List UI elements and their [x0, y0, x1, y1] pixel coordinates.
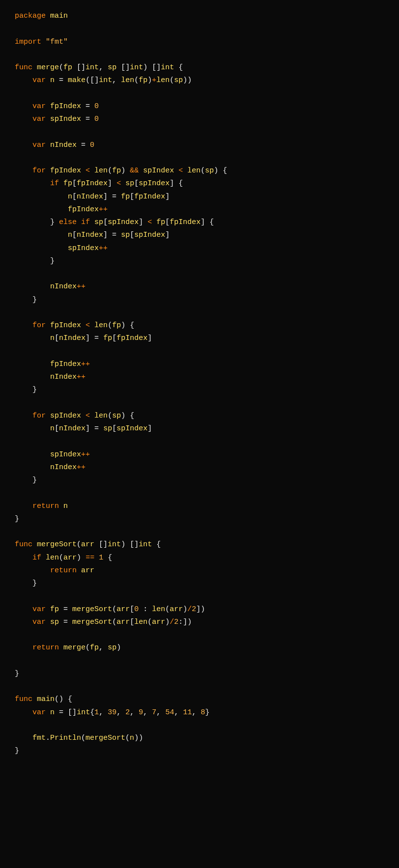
code-line: return merge(fp, sp) — [15, 644, 121, 652]
identifier: sp — [94, 218, 103, 226]
type: int — [139, 540, 152, 549]
identifier: nIndex — [50, 141, 77, 149]
code-line: } — [15, 579, 37, 588]
type: int — [99, 76, 112, 84]
number: 0 — [90, 141, 94, 149]
identifier: fpIndex — [50, 321, 81, 330]
builtin: len — [187, 167, 200, 175]
identifier: sp — [174, 76, 183, 84]
identifier: nIndex — [50, 373, 77, 381]
code-line: fpIndex++ — [15, 205, 108, 214]
code-line: } — [15, 747, 19, 755]
identifier: arr — [152, 618, 165, 626]
identifier: nIndex — [77, 231, 103, 239]
builtin: len — [121, 76, 134, 84]
identifier: nIndex — [50, 463, 77, 472]
identifier: spIndex — [116, 424, 147, 433]
keyword: return — [32, 644, 59, 652]
number: 11 — [183, 708, 192, 717]
identifier: arr — [63, 554, 77, 562]
identifier: spIndex — [50, 450, 81, 459]
identifier: n — [130, 734, 134, 742]
builtin: len — [94, 167, 108, 175]
type: int — [108, 540, 121, 549]
keyword: var — [32, 605, 46, 614]
identifier: fp — [63, 179, 72, 188]
identifier: nIndex — [59, 424, 86, 433]
keyword: for — [32, 412, 46, 420]
keyword: for — [32, 321, 46, 330]
code-line: func merge(fp []int, sp []int) []int { — [15, 63, 183, 72]
keyword: var — [32, 708, 46, 717]
identifier: sp — [103, 424, 112, 433]
func-name: mergeSort — [37, 540, 77, 549]
identifier: spIndex — [139, 179, 170, 188]
type: int — [86, 63, 99, 72]
code-line: for spIndex < len(sp) { — [15, 412, 134, 420]
identifier: fp — [112, 167, 121, 175]
identifier: nIndex — [50, 282, 77, 291]
identifier: fp — [121, 193, 130, 201]
code-line: var n = make([]int, len(fp)+len(sp)) — [15, 76, 192, 84]
number: 0 — [94, 115, 99, 123]
keyword: func — [15, 540, 32, 549]
keyword: var — [32, 76, 46, 84]
code-line: n[nIndex] = sp[spIndex] — [15, 424, 152, 433]
identifier: sp — [50, 618, 59, 626]
code-line: for fpIndex < len(fp) { — [15, 321, 134, 330]
identifier: fpIndex — [50, 102, 81, 111]
identifier: fp — [90, 644, 99, 652]
code-line: nIndex++ — [15, 282, 86, 291]
number: 1 — [94, 708, 99, 717]
keyword: return — [50, 566, 77, 575]
keyword: var — [32, 618, 46, 626]
identifier: spIndex — [108, 218, 139, 226]
code-line: nIndex++ — [15, 463, 86, 472]
code-line: } — [15, 476, 37, 484]
identifier: fpIndex — [170, 218, 200, 226]
code-line: if len(arr) == 1 { — [15, 554, 112, 562]
builtin: len — [134, 618, 147, 626]
identifier: sp — [125, 179, 134, 188]
identifier: fp — [156, 218, 165, 226]
code-line: } — [15, 515, 19, 523]
func-name: merge — [37, 63, 59, 72]
identifier: spIndex — [134, 231, 165, 239]
identifier: sp — [205, 167, 214, 175]
identifier: spIndex — [68, 244, 99, 252]
builtin: len — [156, 76, 170, 84]
code-line: var fp = mergeSort(arr[0 : len(arr)/2]) — [15, 605, 205, 614]
code-line: var sp = mergeSort(arr[len(arr)/2:]) — [15, 618, 192, 626]
code-line: } — [15, 257, 55, 265]
keyword: func — [15, 695, 32, 703]
identifier: nIndex — [59, 334, 86, 342]
identifier: arr — [116, 618, 130, 626]
number: 1 — [99, 554, 103, 562]
keyword: return — [32, 502, 59, 510]
code-line: nIndex++ — [15, 373, 86, 381]
keyword: var — [32, 115, 46, 123]
code-line: fpIndex++ — [15, 360, 90, 368]
identifier: fp — [112, 321, 121, 330]
code-line: } — [15, 670, 19, 678]
identifier: fpIndex — [77, 179, 108, 188]
number: 2 — [125, 708, 130, 717]
keyword: else — [59, 218, 77, 226]
code-line: if fp[fpIndex] < sp[spIndex] { — [15, 179, 183, 188]
operator: ++ — [99, 244, 108, 252]
identifier: arr — [116, 605, 130, 614]
param: arr — [81, 540, 94, 549]
number: 54 — [165, 708, 174, 717]
keyword: import — [15, 38, 41, 46]
type: int — [161, 63, 174, 72]
code-line: } else if sp[spIndex] < fp[fpIndex] { — [15, 218, 214, 226]
number: 8 — [200, 708, 205, 717]
code-line: return arr — [15, 566, 94, 575]
code-editor[interactable]: package main import "fmt" func merge(fp … — [0, 0, 399, 768]
operator: ++ — [81, 360, 90, 368]
identifier: spIndex — [143, 167, 174, 175]
code-line: var spIndex = 0 — [15, 115, 99, 123]
code-line: return n — [15, 502, 68, 510]
identifier: arr — [170, 605, 183, 614]
identifier: fpIndex — [68, 205, 99, 214]
